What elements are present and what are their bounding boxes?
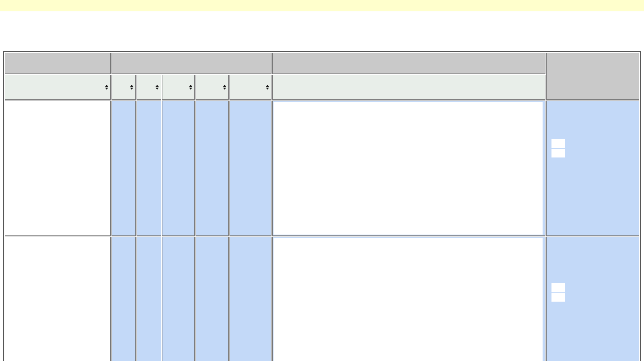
column-header-plot [272,75,545,100]
column-header-name [5,75,111,100]
page [0,0,644,361]
candidate-info-cell [5,237,111,361]
vote-count [551,149,565,157]
sort-icon[interactable] [156,85,159,90]
help-cell [5,53,111,74]
vmag-value [196,101,229,236]
field-links [190,59,193,67]
det-stat-value [162,237,195,361]
sort-icon[interactable] [189,85,192,90]
vote-note [550,166,636,173]
vote-note [550,310,636,317]
vote-count-row [551,293,565,302]
period-value [229,237,271,361]
lightcurve-plot-cell [272,101,545,236]
sort-icon[interactable] [105,85,108,90]
chi-value [137,237,161,361]
candidate-row [5,101,639,236]
candidate-info-cell [5,101,111,236]
topbar [0,0,644,11]
column-header-row [5,75,639,100]
sort-icon[interactable] [223,85,226,90]
vote-header-row [551,139,565,148]
vote-header [551,139,565,148]
sort-icon[interactable] [266,85,269,90]
column-header-period [229,75,271,100]
vote-count [551,293,565,302]
vote-count-row [551,149,565,157]
candidates-table [3,51,641,361]
vmag-value [196,237,229,361]
column-header-sde [112,75,136,100]
vote-count-table [551,138,566,158]
column-header-chi [137,75,161,100]
column-header-det-stat [162,75,195,100]
lightcurve-plot-cell [272,237,545,361]
vote-cell [546,237,639,361]
candidate-row [5,237,639,361]
vote-count-table [551,282,566,302]
title-cell [272,53,545,74]
corner-cell [546,53,639,100]
vote-cell [546,101,639,236]
vote-header-row [551,283,565,292]
sde-value [112,237,136,361]
sort-icon[interactable] [130,85,133,90]
table-header-row [5,53,639,74]
det-stat-value [162,101,195,236]
field-cell [112,53,271,74]
lightcurve-plot [274,238,543,361]
vote-header [551,283,565,292]
period-value [229,101,271,236]
column-header-vmag [196,75,229,100]
chi-value [137,101,161,236]
lightcurve-plot [274,102,543,235]
sde-value [112,101,136,236]
